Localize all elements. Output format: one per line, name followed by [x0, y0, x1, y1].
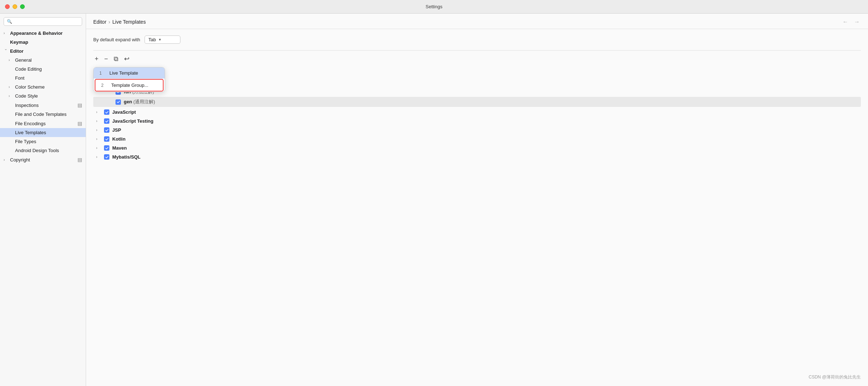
maximize-button[interactable] — [20, 4, 25, 9]
dropdown-item-num: 1 — [99, 71, 105, 76]
sidebar-item-label: Editor — [10, 48, 24, 54]
tpl-group-name: JavaScript — [112, 109, 136, 115]
breadcrumb-separator: › — [109, 19, 110, 25]
chevron-right-icon: › — [9, 58, 13, 62]
tpl-group-java-annotations: › JavaAnnotations — [93, 68, 861, 107]
sidebar-item-keymap[interactable]: Keymap — [0, 38, 86, 47]
checkbox-javascript[interactable] — [104, 109, 109, 115]
sidebar-item-label: Color Scheme — [15, 84, 44, 90]
tpl-item-class[interactable]: class (类注解) — [93, 77, 861, 87]
toolbar: + − ⧉ ↩ 1 Live Template 2 Template Group… — [93, 54, 861, 63]
dropdown-item-label: Template Group... — [111, 83, 148, 88]
checkbox-maven[interactable] — [104, 145, 109, 151]
sidebar-item-label: General — [15, 57, 32, 63]
reset-button[interactable]: ↩ — [123, 54, 131, 63]
tpl-item-fun[interactable]: fun (方法注解) — [93, 87, 861, 97]
back-button[interactable]: ← — [841, 19, 849, 25]
nav-arrows: ← → — [841, 19, 861, 25]
sidebar-item-label: Code Editing — [15, 66, 42, 72]
tpl-group-row[interactable]: › JavaAnnotations — [93, 68, 861, 77]
tpl-item-gen[interactable]: gen (通用注解) — [93, 97, 861, 107]
sidebar-item-file-types[interactable]: File Types — [0, 137, 86, 146]
tpl-group-name: JSP — [112, 127, 121, 133]
sidebar: 🔍 › Appearance & Behavior Keymap › Edito… — [0, 14, 86, 386]
search-input[interactable] — [14, 19, 79, 24]
tpl-group-name: Maven — [112, 145, 127, 151]
checkbox-gen[interactable] — [115, 99, 121, 105]
sidebar-item-inspections[interactable]: Inspections ▤ — [0, 100, 86, 110]
minimize-button[interactable] — [13, 4, 17, 9]
chevron-down-icon: ▾ — [159, 37, 161, 42]
main-layout: 🔍 › Appearance & Behavior Keymap › Edito… — [0, 14, 868, 386]
tpl-group-jsp[interactable]: › JSP — [93, 126, 861, 135]
tpl-group-mybatis-sql[interactable]: › Mybatis/SQL — [93, 152, 861, 161]
close-button[interactable] — [5, 4, 10, 9]
chevron-right-icon: › — [96, 128, 101, 132]
chevron-right-icon: › — [96, 137, 101, 141]
checkbox-jsp[interactable] — [104, 127, 109, 133]
chevron-right-icon: › — [4, 158, 8, 162]
sidebar-item-label: Appearance & Behavior — [10, 30, 63, 36]
checkbox-javascript-testing[interactable] — [104, 118, 109, 124]
sidebar-item-label: File Types — [15, 139, 36, 144]
chevron-right-icon: › — [9, 94, 13, 98]
checkbox-kotlin[interactable] — [104, 136, 109, 142]
content-body: By default expand with Tab ▾ + − ⧉ ↩ 1 L… — [86, 29, 868, 386]
content-area: Editor › Live Templates ← → By default e… — [86, 14, 868, 386]
sidebar-item-label: Inspections — [15, 103, 39, 108]
add-dropdown-popup: 1 Live Template 2 Template Group... — [93, 67, 165, 92]
checkbox-mybatis-sql[interactable] — [104, 154, 109, 160]
tpl-group-name: JavaScript Testing — [112, 118, 154, 124]
expand-select[interactable]: Tab ▾ — [145, 36, 180, 44]
sidebar-nav: › Appearance & Behavior Keymap › Editor … — [0, 29, 86, 386]
sidebar-item-label: Keymap — [10, 39, 28, 45]
sidebar-item-font[interactable]: Font — [0, 74, 86, 83]
sidebar-item-file-encodings[interactable]: File Encodings ▤ — [0, 119, 86, 128]
title-bar: Settings — [0, 0, 868, 14]
dropdown-item-template-group[interactable]: 2 Template Group... — [95, 79, 164, 91]
sidebar-item-copyright[interactable]: › Copyright ▤ — [0, 155, 86, 164]
expand-label: By default expand with — [93, 37, 140, 42]
remove-button[interactable]: − — [103, 55, 110, 63]
copyright-badge-icon: ▤ — [77, 157, 82, 163]
tpl-group-name: Kotlin — [112, 136, 126, 142]
sidebar-item-label: Android Design Tools — [15, 148, 59, 153]
add-button[interactable]: + — [93, 55, 100, 63]
dropdown-item-num: 2 — [101, 83, 107, 88]
tpl-group-javascript-testing[interactable]: › JavaScript Testing — [93, 117, 861, 126]
expand-row: By default expand with Tab ▾ — [93, 36, 861, 44]
traffic-lights — [5, 4, 25, 9]
inspections-badge-icon: ▤ — [77, 102, 82, 108]
chevron-right-icon: › — [96, 119, 101, 123]
breadcrumb: Editor › Live Templates — [93, 19, 146, 25]
watermark: CSDN @薄荷街的兔比先生 — [808, 374, 861, 380]
dropdown-item-live-template[interactable]: 1 Live Template — [94, 67, 165, 79]
chevron-right-icon: › — [96, 155, 101, 159]
sidebar-item-live-templates[interactable]: Live Templates — [0, 128, 86, 137]
tpl-group-maven[interactable]: › Maven — [93, 143, 861, 152]
tpl-group-kotlin[interactable]: › Kotlin — [93, 135, 861, 143]
forward-button[interactable]: → — [853, 19, 861, 25]
sidebar-item-file-code-templates[interactable]: File and Code Templates — [0, 110, 86, 119]
file-encodings-badge-icon: ▤ — [77, 121, 82, 126]
sidebar-item-code-style[interactable]: › Code Style — [0, 91, 86, 100]
sidebar-item-code-editing[interactable]: Code Editing — [0, 65, 86, 74]
sidebar-item-label: Font — [15, 75, 24, 81]
tpl-group-javascript[interactable]: › JavaScript — [93, 108, 861, 117]
sidebar-item-label: Code Style — [15, 93, 38, 99]
search-bar[interactable]: 🔍 — [4, 17, 82, 26]
breadcrumb-parent: Editor — [93, 19, 107, 25]
copy-button[interactable]: ⧉ — [112, 55, 120, 63]
tpl-group-name: Mybatis/SQL — [112, 154, 141, 160]
sidebar-item-label: Live Templates — [15, 130, 46, 135]
sidebar-item-appearance[interactable]: › Appearance & Behavior — [0, 29, 86, 38]
sidebar-item-label: Copyright — [10, 157, 30, 163]
sidebar-item-general[interactable]: › General — [0, 56, 86, 65]
sidebar-item-label: File Encodings — [15, 121, 46, 126]
sidebar-item-color-scheme[interactable]: › Color Scheme — [0, 83, 86, 91]
search-icon: 🔍 — [7, 19, 12, 24]
chevron-right-icon: › — [9, 85, 13, 89]
sidebar-item-android-design-tools[interactable]: Android Design Tools — [0, 146, 86, 155]
sidebar-item-editor[interactable]: › Editor — [0, 47, 86, 56]
breadcrumb-current: Live Templates — [112, 19, 146, 25]
